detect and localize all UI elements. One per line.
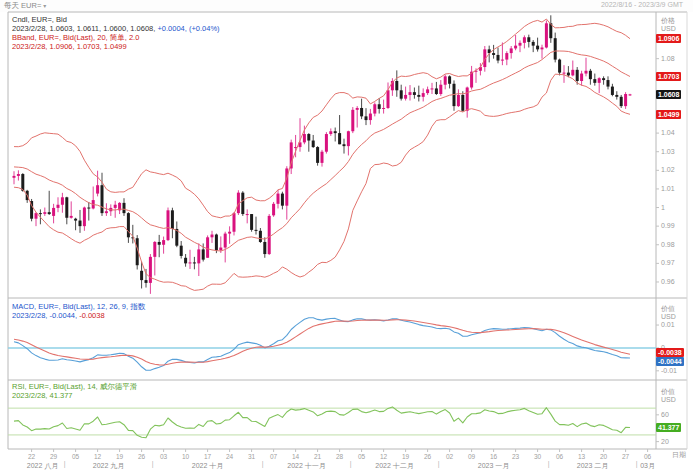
chart-canvas[interactable] — [0, 0, 693, 474]
candle-legend-change: +0.0004, (+0.04%) — [157, 24, 219, 33]
rsi-legend-value: 2023/2/28, 41.377 — [12, 391, 72, 400]
bband-legend-title: BBand, EUR=, Bid(Last), 20, 简单, 2.0 — [12, 33, 139, 42]
macd-legend-title: MACD, EUR=, Bid(Last), 12, 26, 9, 指数 — [12, 302, 145, 311]
macd-legend-value: 2023/2/28, -0.0044, — [12, 311, 77, 320]
macd-pane-legend: MACD, EUR=, Bid(Last), 12, 26, 9, 指数 202… — [12, 302, 145, 320]
rsi-legend-title: RSI, EUR=, Bid(Last), 14, 威尔德平滑 — [12, 382, 137, 391]
candle-legend-title: Cndl, EUR=, Bid — [12, 15, 67, 24]
chart-window: 每天 EUR=▾ 2022/8/16 - 2023/3/9 GMT Cndl, … — [0, 0, 693, 474]
price-pane-legend: Cndl, EUR=, Bid 2023/2/28, 1.0603, 1.061… — [12, 15, 220, 51]
macd-legend-signal-value: -0.0038 — [79, 311, 104, 320]
candle-legend-ohlc: 2023/2/28, 1.0603, 1.0611, 1.0600, 1.060… — [12, 24, 155, 33]
bband-legend-values: 2023/2/28, 1.0906, 1.0703, 1.0499 — [12, 42, 127, 51]
rsi-pane-legend: RSI, EUR=, Bid(Last), 14, 威尔德平滑 2023/2/2… — [12, 382, 137, 400]
